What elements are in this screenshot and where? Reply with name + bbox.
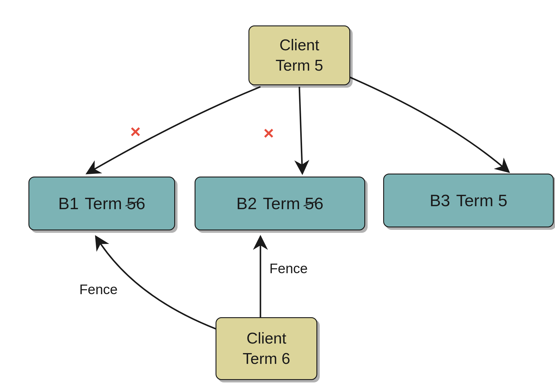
node-client-term6: Client Term 6 (216, 317, 317, 380)
arrow-client-top-to-b3 (344, 75, 509, 172)
client-top-line1: Client (280, 35, 319, 55)
b1-struck: 5 (127, 193, 136, 215)
node-b1: B1 Term 56 (28, 177, 175, 230)
b2-id: B2 (236, 193, 257, 215)
client-bottom-line1: Client (247, 328, 286, 349)
diagram-container: Client Term 5 B1 Term 56 B2 Term 56 B3 T… (0, 0, 555, 392)
client-bottom-line2: Term 6 (243, 349, 290, 369)
arrow-client-top-to-b2 (299, 87, 302, 174)
b2-term: Term 56 (263, 193, 323, 215)
b1-term: Term 56 (85, 193, 145, 215)
b3-term: Term 5 (456, 190, 507, 212)
arrow-client-top-to-b1 (87, 87, 260, 174)
label-fence-2: Fence (269, 260, 308, 276)
node-b3: B3 Term 5 (383, 174, 554, 227)
b1-id: B1 (58, 193, 79, 215)
client-top-line2: Term 5 (276, 55, 323, 76)
label-fence-1: Fence (79, 281, 118, 297)
b2-struck: 5 (305, 193, 314, 215)
node-b2: B2 Term 56 (195, 177, 365, 230)
node-client-term5: Client Term 5 (248, 25, 350, 85)
b3-id: B3 (430, 190, 450, 212)
cross-mark-2: × (263, 123, 274, 143)
cross-mark-1: × (130, 121, 141, 142)
